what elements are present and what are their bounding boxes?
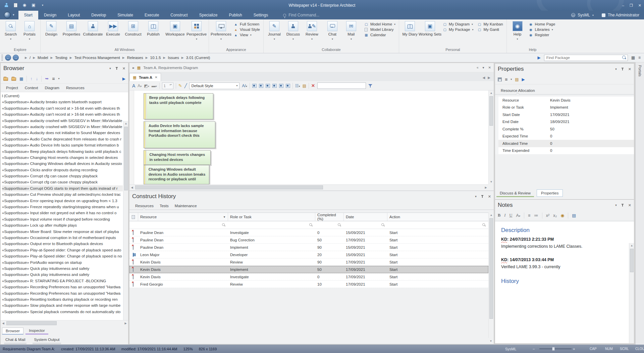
notes-content[interactable]: Description KD: 24/07/2013 2:21:33 PM Im…: [495, 221, 634, 343]
visual-style-button[interactable]: ▲Visual Style: [234, 27, 260, 32]
scroll-left-icon[interactable]: ◀: [129, 185, 135, 190]
column-completed[interactable]: Completed (%): [315, 213, 344, 221]
pin-icon[interactable]: [481, 195, 484, 198]
publish-button[interactable]: Publish: [144, 20, 163, 37]
tree-item[interactable]: «SupportIssue» Corrupt cfg can cause cho…: [2, 173, 123, 179]
working-sets-button[interactable]: ▣Working Sets: [419, 20, 441, 37]
tree-item[interactable]: «SupportIssue» Error opening input devic…: [2, 198, 123, 204]
tree-item[interactable]: «SupportIssue» Input slider not greyed o…: [2, 210, 123, 216]
tree-item[interactable]: «SupportIssue» Audio Cache deprecated fr…: [2, 136, 123, 142]
filter-search-icon[interactable]: [338, 223, 341, 227]
design-button[interactable]: ✎Design: [42, 20, 61, 37]
table-row[interactable]: Kevin Davis Investigate 0 17/09/2021 Sta…: [129, 273, 488, 281]
full-screen-button[interactable]: ▲Full Screen: [234, 22, 260, 26]
tree-item[interactable]: «SupportIssue» Recording Preferences has…: [2, 284, 123, 290]
next-icon[interactable]: ▶: [522, 77, 525, 82]
scroll-up-icon[interactable]: ▲: [629, 243, 634, 248]
property-row[interactable]: Allocated Time 0: [495, 140, 634, 147]
forward-button[interactable]: →: [13, 55, 19, 61]
browser-vertical-scrollbar[interactable]: ▲ ▼: [123, 121, 128, 320]
tab-inspector[interactable]: Inspector: [25, 328, 48, 335]
font-color-icon[interactable]: A▾: [516, 213, 520, 218]
my-diagram-button[interactable]: ▢My Diagram▾: [443, 22, 473, 26]
tab-tests[interactable]: Tests: [157, 204, 172, 210]
preferences-button[interactable]: Preferences▾: [210, 20, 232, 41]
tree-item[interactable]: «SupportIssue» Slow playback and meter r…: [2, 302, 123, 308]
panel-menu-icon[interactable]: ▾: [475, 195, 477, 198]
tree-item[interactable]: «SupportIssue» Play-at-Speed slider: Cha…: [2, 253, 123, 259]
canvas-horizontal-scrollbar[interactable]: ◀ ▶: [129, 184, 488, 190]
toolbar-grip[interactable]: [1, 55, 3, 61]
ribbon-tab-settings[interactable]: Settings: [248, 11, 274, 19]
tree-item[interactable]: «SupportIssue» Audio Device Info lacks s…: [2, 142, 123, 148]
tab-diagram[interactable]: Diagram: [41, 86, 62, 90]
back-button[interactable]: ←: [5, 55, 11, 61]
requirement-note[interactable]: Audio Device Info lacks sample format in…: [144, 121, 215, 148]
ribbon-tab-simulate[interactable]: Simulate: [112, 11, 139, 19]
tree-item[interactable]: «SupportIssue» Cut Preview should play a…: [2, 191, 123, 197]
find-command[interactable]: Find Command...: [283, 11, 319, 19]
panel-menu-icon[interactable]: ▾: [615, 203, 617, 207]
scroll-right-icon[interactable]: ▶: [123, 321, 128, 326]
cloud-indicator[interactable]: CLOUD: [635, 347, 644, 351]
close-button[interactable]: ✕: [638, 3, 641, 8]
ribbon-tab-execute[interactable]: Execute: [139, 11, 165, 19]
current-user[interactable]: The Administrator: [608, 13, 639, 17]
scroll-right-icon[interactable]: ▶: [483, 185, 488, 190]
my-gantt-button[interactable]: ▢My Gantt: [477, 27, 503, 32]
ribbon-tab-publish[interactable]: Publish: [223, 11, 248, 19]
search-icon[interactable]: [622, 56, 626, 60]
app-menu-icon[interactable]: [4, 12, 11, 18]
tree-item[interactable]: «SupportIssue» Output error to Bluetooth…: [2, 241, 123, 247]
scroll-left-icon[interactable]: ◀: [1, 321, 6, 326]
eyedropper-icon[interactable]: ╱: [184, 83, 187, 88]
model-library-button[interactable]: Model Library: [364, 27, 395, 32]
canvas-vertical-scrollbar[interactable]: ▲ ▼: [488, 91, 493, 184]
column-action[interactable]: Action: [387, 213, 488, 221]
delete-icon[interactable]: ✕: [311, 83, 315, 88]
save-icon[interactable]: [498, 77, 502, 81]
pin-icon[interactable]: [621, 203, 624, 207]
tab-context[interactable]: Context: [21, 86, 42, 90]
tree-item[interactable]: «SupportIssue» Clicks and/or dropouts du…: [2, 167, 123, 173]
review-button[interactable]: ✎Review▾: [303, 20, 321, 41]
tree-item[interactable]: «SupportIssue» Audacity can't record at …: [2, 105, 123, 111]
new-diagram-icon[interactable]: ▦: [19, 76, 23, 81]
status-perspective[interactable]: SysML: [505, 347, 517, 351]
expand-right-icon[interactable]: ▶: [537, 55, 540, 60]
calendar-button[interactable]: ▦Calendar: [364, 33, 395, 37]
filter-search-icon[interactable]: [381, 223, 385, 227]
move-up-icon[interactable]: ↑: [30, 76, 33, 81]
mail-button[interactable]: ✉Mail▾: [342, 20, 361, 41]
bring-forward-icon[interactable]: [279, 84, 283, 88]
property-value[interactable]: 0: [550, 134, 634, 138]
bold-icon[interactable]: B: [498, 213, 500, 218]
line-width-spinner[interactable]: 1: [162, 82, 173, 89]
superscript-icon[interactable]: x²: [546, 213, 549, 218]
breadcrumb-item[interactable]: ▶10.1.5: [143, 56, 161, 60]
style-combobox[interactable]: Default Style▾: [189, 82, 239, 89]
table-row[interactable]: Pauline Dean Implement 90 15/09/2021 Sta…: [129, 244, 488, 251]
app-menu-caret-icon[interactable]: ▾: [13, 13, 14, 19]
property-row[interactable]: Time Expended 0: [495, 147, 634, 155]
locate-icon[interactable]: ➥: [45, 76, 49, 81]
tab-team-a[interactable]: ▦ Team A ✕: [129, 73, 161, 81]
move-down-icon[interactable]: ↓: [36, 76, 38, 81]
column-date[interactable]: Date: [344, 213, 387, 221]
view-button[interactable]: ▲View▾: [234, 33, 260, 37]
table-row[interactable]: Fred Georgio Reveiw 10 17/09/2021 Start: [129, 281, 488, 288]
scroll-up-icon[interactable]: ▲: [489, 213, 494, 218]
tab-properties[interactable]: Properties: [537, 189, 563, 197]
table-row[interactable]: Kevin Davis Implement 50 17/09/2021 Star…: [129, 266, 488, 273]
tree-root-item[interactable]: l (Current): [2, 93, 123, 99]
format-painter-icon[interactable]: ✎: [178, 83, 182, 88]
filter-funnel-icon[interactable]: [368, 84, 372, 88]
diagram-canvas[interactable]: Beep playback delays following tasks unt…: [129, 91, 488, 184]
close-tab-icon[interactable]: ✕: [155, 75, 157, 79]
tree-item[interactable]: «SupportIssue» Audacity can't record at …: [2, 111, 123, 117]
my-package-button[interactable]: ▢My Package▾: [443, 27, 473, 32]
pin-icon[interactable]: [115, 67, 118, 70]
tree-item[interactable]: «SupportIssue» Quick play intuitiveness …: [2, 266, 123, 272]
tree-item[interactable]: «SupportIssue» Corrupt OGG starts to imp…: [2, 185, 123, 191]
table-row[interactable]: Pauline Dean Investigate 0 15/09/2021 St…: [129, 229, 488, 236]
